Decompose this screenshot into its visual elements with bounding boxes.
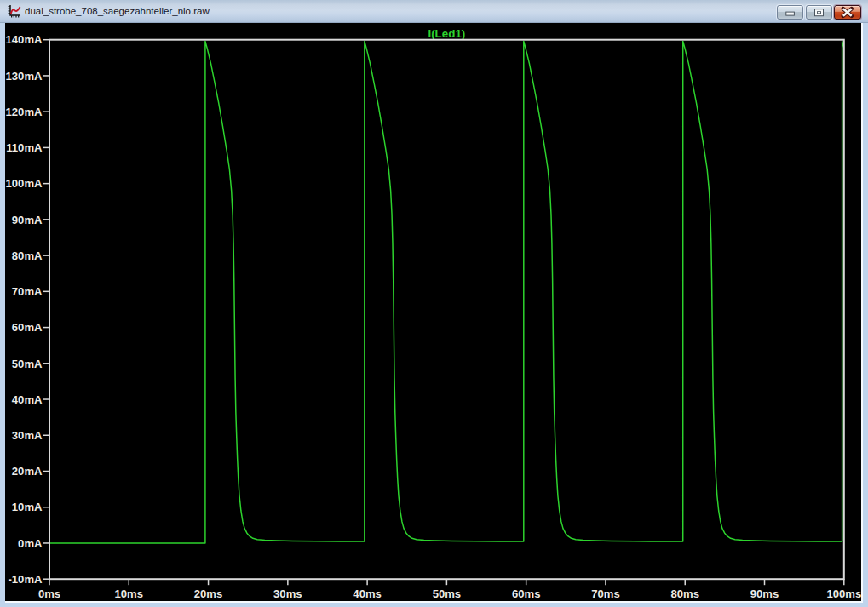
waveform-trace[interactable] (49, 41, 844, 543)
axis-ticks (43, 40, 844, 586)
y-tick-label: 60mA (12, 321, 43, 334)
x-tick-label: 40ms (353, 587, 382, 600)
y-tick-label: 90mA (12, 214, 43, 226)
maximize-icon (814, 9, 824, 16)
y-tick-label: 20mA (12, 465, 43, 478)
y-tick-label: 80mA (12, 249, 43, 262)
ltspice-waveform-window: dual_strobe_708_saegezahnteller_nio.raw (0, 0, 868, 607)
y-tick-label: 0mA (18, 537, 43, 550)
trace-legend-label[interactable]: I(Led1) (428, 27, 465, 40)
waveform-chart[interactable]: -10mA0mA10mA20mA30mA40mA50mA60mA70mA80mA… (5, 23, 861, 601)
x-tick-label: 90ms (750, 587, 779, 600)
x-tick-label: 50ms (433, 587, 462, 600)
x-tick-label: 10ms (115, 587, 144, 600)
minimize-button[interactable] (777, 5, 803, 20)
y-tick-label: 130mA (6, 70, 43, 83)
y-tick-label: 110mA (6, 141, 43, 154)
y-tick-label: 70mA (12, 285, 43, 298)
waveform-plot-icon (7, 4, 21, 19)
y-tick-label: 120mA (6, 106, 43, 118)
x-tick-label: 20ms (194, 587, 223, 600)
y-tick-label: 100mA (6, 177, 43, 190)
window-title: dual_strobe_708_saegezahnteller_nio.raw (25, 0, 210, 23)
y-tick-label: 10mA (12, 501, 43, 513)
y-tick-label: 50mA (12, 358, 43, 370)
x-tick-label: 60ms (512, 587, 541, 600)
x-tick-label: 80ms (670, 587, 699, 600)
plot-client-area: -10mA0mA10mA20mA30mA40mA50mA60mA70mA80mA… (5, 23, 863, 603)
plot-border (49, 40, 844, 580)
x-tick-label: 100ms (826, 587, 861, 600)
y-tick-label: 140mA (6, 33, 43, 46)
titlebar[interactable]: dual_strobe_708_saegezahnteller_nio.raw (0, 0, 868, 23)
close-icon (843, 9, 852, 16)
y-tick-label: 30mA (12, 429, 43, 442)
x-tick-label: 0ms (38, 587, 60, 600)
close-button[interactable] (834, 5, 861, 20)
maximize-button[interactable] (806, 5, 832, 20)
y-tick-label: 40mA (12, 393, 43, 406)
y-tick-label: -10mA (8, 573, 43, 586)
minimize-icon (785, 11, 795, 15)
x-tick-label: 30ms (273, 587, 302, 600)
x-tick-label: 70ms (591, 587, 620, 600)
axis-labels: -10mA0mA10mA20mA30mA40mA50mA60mA70mA80mA… (6, 33, 861, 599)
